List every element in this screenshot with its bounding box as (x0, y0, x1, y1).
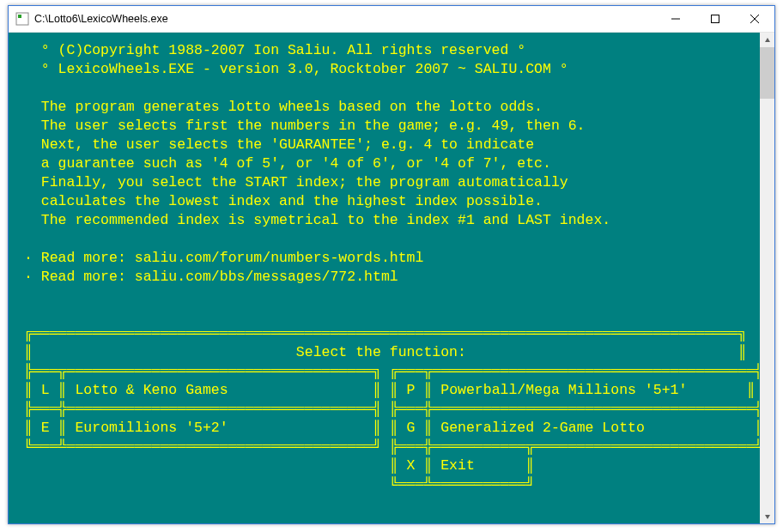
console-output: ° (C)Copyright 1988-2007 Ion Saliu. All … (9, 33, 760, 523)
readmore-label-2: Read more: (41, 269, 135, 285)
menu-item-label-X[interactable]: Exit (440, 457, 475, 474)
menu-item-label-P[interactable]: Powerball/Mega Millions '5+1' (440, 382, 687, 398)
menu-title: Select the function: (296, 344, 466, 360)
bullet-icon: ° (551, 61, 568, 77)
menu-item-label-G[interactable]: Generalized 2-Game Lotto (440, 420, 645, 436)
box-border-mid: ╚═══╩═══════════════════════════════════… (24, 438, 760, 455)
desc-line-1: The program generates lotto wheels based… (41, 99, 543, 115)
scroll-up-arrow-icon[interactable] (760, 33, 774, 47)
menu-item-label-L[interactable]: Lotto & Keno Games (75, 382, 228, 398)
box-border-top: ╔═══════════════════════════════════════… (24, 325, 747, 342)
scrollbar-thumb[interactable] (760, 47, 774, 99)
scroll-down-arrow-icon[interactable] (760, 509, 774, 523)
svg-marker-6 (765, 38, 770, 42)
box-border-mid: ╠═══╬═══════════════════════════════════… (24, 401, 760, 417)
box-border-bottom: ╚═══╩═══════════╝ (24, 476, 534, 493)
svg-rect-3 (712, 15, 719, 23)
menu-item-key-G[interactable]: G (407, 420, 416, 436)
readmore-url-1: saliu.com/forum/numbers-words.html (135, 250, 424, 266)
readmore-url-2: saliu.com/bbs/messages/772.html (135, 269, 398, 285)
desc-line-7: The recommended index is symetrical to t… (41, 212, 610, 228)
desc-line-4: a guarantee such as '4 of 5', or '4 of 6… (41, 155, 551, 172)
bullet-icon: ° (24, 61, 58, 77)
bullet-dot-icon: · (24, 269, 41, 285)
titlebar[interactable]: C:\Lotto6\LexicoWheels.exe (9, 6, 774, 33)
app-icon (15, 12, 29, 26)
desc-line-2: The user selects first the numbers in th… (41, 118, 586, 134)
bullet-icon: ° (508, 42, 525, 58)
svg-rect-1 (18, 15, 21, 18)
client-area: ° (C)Copyright 1988-2007 Ion Saliu. All … (9, 33, 774, 523)
menu-item-label-E[interactable]: Euromillions '5+2' (75, 420, 228, 436)
desc-line-5: Finally, you select the START index; the… (41, 174, 568, 190)
close-button[interactable] (735, 6, 774, 32)
vertical-scrollbar[interactable] (760, 33, 774, 523)
maximize-button[interactable] (695, 6, 735, 32)
minimize-button[interactable] (656, 6, 695, 32)
bullet-dot-icon: · (24, 250, 41, 266)
window-title: C:\Lotto6\LexicoWheels.exe (34, 13, 656, 25)
menu-item-key-E[interactable]: E (41, 420, 50, 436)
menu-item-key-L[interactable]: L (41, 382, 50, 398)
menu-item-key-P[interactable]: P (407, 382, 416, 398)
application-window: C:\Lotto6\LexicoWheels.exe ° (C)Copyrigh… (8, 5, 775, 524)
bullet-icon: ° (24, 42, 58, 58)
copyright-line: (C)Copyright 1988-2007 Ion Saliu. All ri… (58, 42, 509, 58)
menu-title-row: ║ (24, 344, 296, 360)
menu-item-key-X[interactable]: X (407, 457, 416, 474)
window-controls (656, 6, 774, 32)
desc-line-3: Next, the user selects the 'GUARANTEE'; … (41, 136, 534, 153)
box-border-mid: ╠═══╦═══════════════════════════════════… (24, 363, 760, 379)
version-line: LexicoWheels.EXE - version 3.0, Rocktobe… (58, 61, 551, 77)
desc-line-6: calculates the lowest index and the high… (41, 193, 543, 209)
readmore-label-1: Read more: (41, 250, 135, 266)
svg-marker-7 (765, 515, 770, 519)
